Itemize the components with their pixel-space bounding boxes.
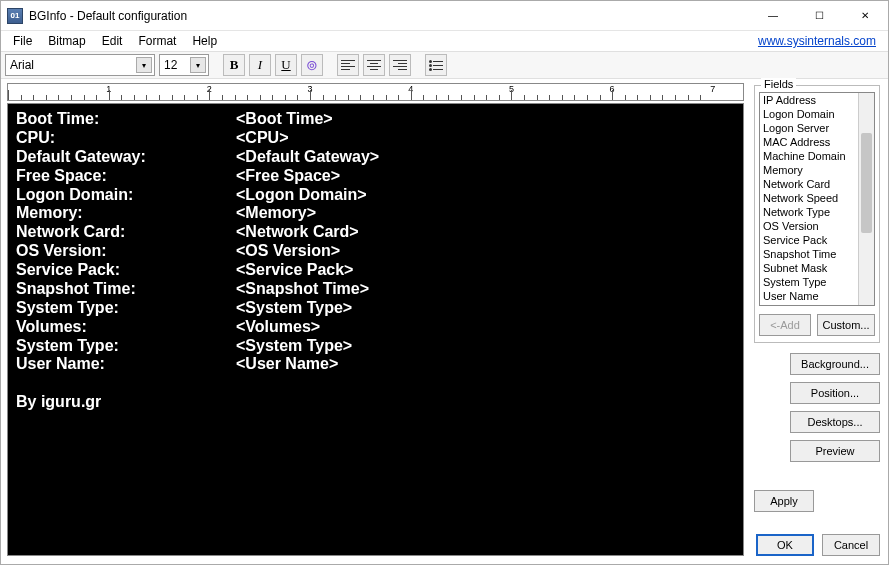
font-color-button[interactable]: ⊚ — [301, 54, 323, 76]
editor-row: Volumes:<Volumes> — [16, 318, 735, 337]
field-placeholder: <Memory> — [236, 204, 316, 223]
add-field-button[interactable]: <-Add — [759, 314, 811, 336]
maximize-button[interactable]: ☐ — [796, 1, 842, 31]
fields-groupbox: Fields IP AddressLogon DomainLogon Serve… — [754, 85, 880, 343]
menubar: FileBitmapEditFormatHelp www.sysinternal… — [1, 31, 888, 51]
field-label: Volumes: — [16, 318, 236, 337]
menu-bitmap[interactable]: Bitmap — [40, 32, 93, 50]
underline-button[interactable]: U — [275, 54, 297, 76]
fields-list-item[interactable]: MAC Address — [760, 135, 874, 149]
fields-list-item[interactable]: Subnet Mask — [760, 261, 874, 275]
menu-file[interactable]: File — [5, 32, 40, 50]
ok-button[interactable]: OK — [756, 534, 814, 556]
fields-list-item[interactable]: Network Card — [760, 177, 874, 191]
titlebar: 01 BGInfo - Default configuration — ☐ ✕ — [1, 1, 888, 31]
editor-footer: By iguru.gr — [16, 393, 735, 412]
menu-format[interactable]: Format — [130, 32, 184, 50]
field-label: User Name: — [16, 355, 236, 374]
fields-list-item[interactable]: OS Version — [760, 219, 874, 233]
custom-field-button[interactable]: Custom... — [817, 314, 875, 336]
fields-list-item[interactable]: Volumes — [760, 303, 874, 306]
field-label: Network Card: — [16, 223, 236, 242]
italic-button[interactable]: I — [249, 54, 271, 76]
field-placeholder: <Logon Domain> — [236, 186, 367, 205]
fields-list-item[interactable]: Machine Domain — [760, 149, 874, 163]
editor-row: Snapshot Time:<Snapshot Time> — [16, 280, 735, 299]
menu-help[interactable]: Help — [184, 32, 225, 50]
field-placeholder: <Service Pack> — [236, 261, 353, 280]
font-size-value: 12 — [164, 58, 177, 72]
fields-list-item[interactable]: Logon Domain — [760, 107, 874, 121]
align-left-icon — [341, 59, 355, 71]
field-label: Service Pack: — [16, 261, 236, 280]
app-icon: 01 — [7, 8, 23, 24]
sysinternals-link[interactable]: www.sysinternals.com — [758, 34, 884, 48]
preview-button[interactable]: Preview — [790, 440, 880, 462]
editor-row: System Type:<System Type> — [16, 337, 735, 356]
field-placeholder: <Snapshot Time> — [236, 280, 369, 299]
editor-row: User Name:<User Name> — [16, 355, 735, 374]
field-placeholder: <Free Space> — [236, 167, 340, 186]
field-placeholder: <CPU> — [236, 129, 288, 148]
editor-row: Boot Time:<Boot Time> — [16, 110, 735, 129]
field-label: Snapshot Time: — [16, 280, 236, 299]
editor-row: System Type:<System Type> — [16, 299, 735, 318]
field-placeholder: <System Type> — [236, 337, 352, 356]
fields-list-item[interactable]: Network Speed — [760, 191, 874, 205]
align-left-button[interactable] — [337, 54, 359, 76]
align-center-button[interactable] — [363, 54, 385, 76]
field-label: Default Gateway: — [16, 148, 236, 167]
editor-area[interactable]: Boot Time:<Boot Time>CPU:<CPU>Default Ga… — [7, 103, 744, 556]
fields-list-item[interactable]: Memory — [760, 163, 874, 177]
editor-row: Free Space:<Free Space> — [16, 167, 735, 186]
apply-button[interactable]: Apply — [754, 490, 814, 512]
background-button[interactable]: Background... — [790, 353, 880, 375]
font-family-value: Arial — [10, 58, 34, 72]
fields-list-item[interactable]: IP Address — [760, 93, 874, 107]
editor-row: OS Version:<OS Version> — [16, 242, 735, 261]
minimize-button[interactable]: — — [750, 1, 796, 31]
bullets-button[interactable] — [425, 54, 447, 76]
format-toolbar: Arial ▾ 12 ▾ B I U ⊚ — [1, 51, 888, 79]
cancel-button[interactable]: Cancel — [822, 534, 880, 556]
fields-list-item[interactable]: Service Pack — [760, 233, 874, 247]
align-center-icon — [367, 59, 381, 71]
field-placeholder: <Volumes> — [236, 318, 320, 337]
field-label: Free Space: — [16, 167, 236, 186]
ruler: 1234567 — [7, 83, 744, 101]
position-button[interactable]: Position... — [790, 382, 880, 404]
field-placeholder: <OS Version> — [236, 242, 340, 261]
window-title: BGInfo - Default configuration — [29, 9, 187, 23]
fields-list-item[interactable]: User Name — [760, 289, 874, 303]
field-label: Memory: — [16, 204, 236, 223]
field-label: Boot Time: — [16, 110, 236, 129]
desktops-button[interactable]: Desktops... — [790, 411, 880, 433]
field-label: CPU: — [16, 129, 236, 148]
menu-edit[interactable]: Edit — [94, 32, 131, 50]
scrollbar[interactable] — [858, 93, 874, 305]
align-right-button[interactable] — [389, 54, 411, 76]
fields-listbox[interactable]: IP AddressLogon DomainLogon ServerMAC Ad… — [759, 92, 875, 306]
field-placeholder: <Boot Time> — [236, 110, 333, 129]
editor-row: CPU:<CPU> — [16, 129, 735, 148]
field-label: OS Version: — [16, 242, 236, 261]
fields-list-item[interactable]: Network Type — [760, 205, 874, 219]
editor-row: Memory:<Memory> — [16, 204, 735, 223]
close-button[interactable]: ✕ — [842, 1, 888, 31]
bullets-icon — [429, 59, 443, 71]
editor-row: Service Pack:<Service Pack> — [16, 261, 735, 280]
fields-list-item[interactable]: System Type — [760, 275, 874, 289]
field-label: Logon Domain: — [16, 186, 236, 205]
field-label: System Type: — [16, 299, 236, 318]
bold-button[interactable]: B — [223, 54, 245, 76]
fields-list-item[interactable]: Logon Server — [760, 121, 874, 135]
font-size-select[interactable]: 12 ▾ — [159, 54, 209, 76]
font-family-select[interactable]: Arial ▾ — [5, 54, 155, 76]
editor-row: Logon Domain:<Logon Domain> — [16, 186, 735, 205]
editor-row: Default Gateway:<Default Gateway> — [16, 148, 735, 167]
chevron-down-icon: ▾ — [190, 57, 206, 73]
fields-list-item[interactable]: Snapshot Time — [760, 247, 874, 261]
align-right-icon — [393, 59, 407, 71]
chevron-down-icon: ▾ — [136, 57, 152, 73]
field-placeholder: <Network Card> — [236, 223, 359, 242]
